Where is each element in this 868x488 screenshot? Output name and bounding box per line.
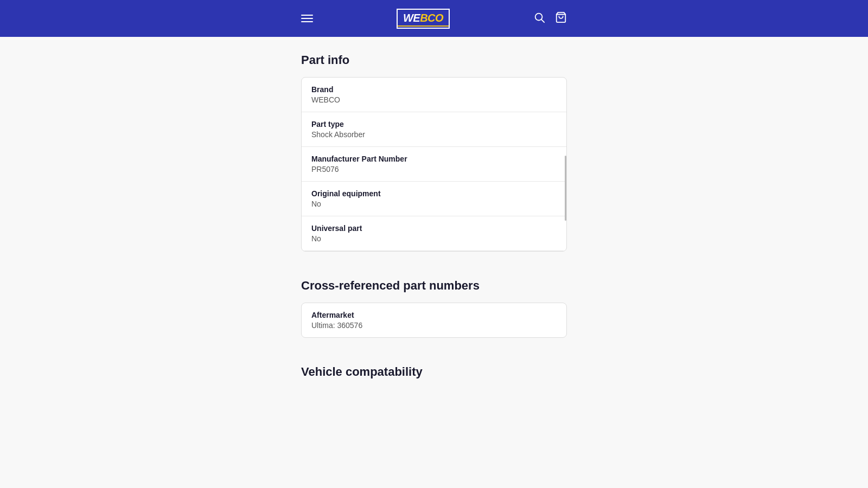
svg-line-1: [541, 20, 544, 22]
manufacturer-pn-label: Manufacturer Part Number: [311, 155, 557, 163]
vehicle-compat-title: Vehicle compatability: [301, 365, 567, 379]
logo-bco-text: BCO: [420, 12, 443, 24]
part-type-label: Part type: [311, 120, 557, 129]
brand-value: WEBCO: [311, 95, 557, 104]
brand-label: Brand: [311, 85, 557, 94]
main-content: Part info Brand WEBCO Part type Shock Ab…: [301, 37, 567, 410]
part-info-title: Part info: [301, 53, 567, 67]
table-row: Aftermarket Ultima: 360576: [302, 303, 566, 337]
search-button[interactable]: [533, 11, 545, 25]
scrollbar-indicator: [565, 156, 566, 221]
aftermarket-value: Ultima: 360576: [311, 321, 557, 330]
table-row: Original equipment No: [302, 182, 566, 216]
logo-underline: [398, 25, 449, 27]
part-type-value: Shock Absorber: [311, 130, 557, 139]
cart-button[interactable]: [555, 11, 567, 25]
site-logo[interactable]: WEBCO: [397, 9, 450, 29]
universal-part-value: No: [311, 234, 557, 243]
search-icon: [533, 11, 545, 23]
table-row: Universal part No: [302, 216, 566, 251]
cross-ref-card: Aftermarket Ultima: 360576: [301, 303, 567, 338]
aftermarket-label: Aftermarket: [311, 311, 557, 319]
cross-ref-title: Cross-referenced part numbers: [301, 279, 567, 293]
site-header: WEBCO: [0, 0, 868, 37]
original-equipment-label: Original equipment: [311, 189, 557, 198]
part-info-section: Part info Brand WEBCO Part type Shock Ab…: [301, 53, 567, 252]
vehicle-compat-section: Vehicle compatability: [301, 365, 567, 379]
header-icons: [533, 11, 567, 25]
table-row: Manufacturer Part Number PR5076: [302, 147, 566, 182]
part-info-card: Brand WEBCO Part type Shock Absorber Man…: [301, 77, 567, 252]
universal-part-label: Universal part: [311, 224, 557, 233]
logo-we-text: WE: [403, 12, 420, 24]
table-row: Brand WEBCO: [302, 78, 566, 112]
cart-icon: [555, 11, 567, 23]
hamburger-menu-button[interactable]: [301, 15, 313, 22]
table-row: Part type Shock Absorber: [302, 112, 566, 147]
original-equipment-value: No: [311, 200, 557, 208]
cross-ref-section: Cross-referenced part numbers Aftermarke…: [301, 279, 567, 338]
manufacturer-pn-value: PR5076: [311, 165, 557, 174]
